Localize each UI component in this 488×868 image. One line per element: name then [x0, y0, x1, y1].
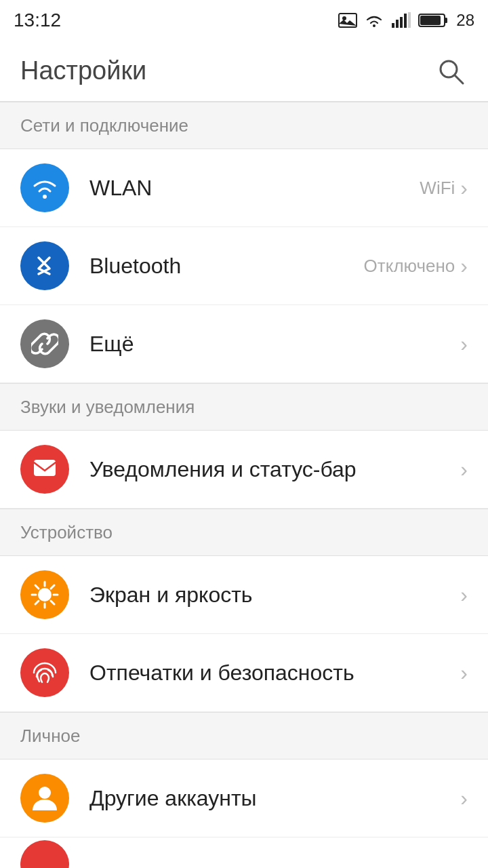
wlan-chevron: ›	[460, 177, 468, 199]
display-row-content: Экран и яркость ›	[89, 583, 468, 608]
status-icons: 28	[338, 11, 474, 30]
svg-rect-10	[420, 16, 441, 25]
svg-rect-6	[404, 14, 407, 28]
fingerprint-icon	[30, 658, 60, 688]
section-header-networks-label: Сети и подключение	[20, 115, 188, 136]
section-header-device-label: Устройство	[20, 522, 113, 543]
svg-rect-7	[408, 12, 411, 28]
wlan-label: WLAN	[89, 176, 152, 201]
more-chevron: ›	[460, 333, 468, 355]
settings-row-notifications[interactable]: Уведомления и статус-бар ›	[0, 431, 488, 509]
wlan-icon	[31, 176, 58, 199]
battery-level: 28	[456, 11, 474, 30]
svg-rect-9	[445, 18, 447, 23]
display-icon-circle	[20, 570, 69, 619]
accounts-chevron: ›	[460, 787, 468, 809]
svg-point-13	[43, 195, 47, 199]
svg-rect-4	[396, 20, 399, 28]
svg-rect-5	[400, 17, 403, 28]
wifi-status-icon	[364, 12, 384, 28]
fingerprint-label: Отпечатки и безопасность	[89, 660, 354, 686]
fingerprint-chevron: ›	[460, 662, 468, 684]
notifications-icon-circle	[20, 445, 69, 494]
svg-line-22	[51, 585, 54, 589]
bluetooth-chevron: ›	[460, 255, 468, 277]
display-label: Экран и яркость	[89, 583, 253, 608]
svg-point-1	[342, 16, 346, 20]
bluetooth-icon	[35, 251, 55, 281]
bluetooth-row-right: Отключено ›	[364, 255, 468, 277]
accounts-label: Другие аккаунты	[89, 786, 257, 811]
person-icon	[30, 783, 60, 813]
image-icon	[338, 12, 357, 28]
app-header: Настройки	[0, 41, 488, 102]
settings-row-bluetooth[interactable]: Bluetooth Отключено ›	[0, 227, 488, 305]
notifications-label: Уведомления и статус-бар	[89, 457, 357, 482]
wlan-status: WiFi	[420, 178, 455, 199]
more-label: Ещё	[89, 332, 134, 357]
accounts-row-right: ›	[460, 787, 468, 809]
bluetooth-row-content: Bluetooth Отключено ›	[89, 254, 468, 279]
link-icon	[31, 330, 58, 357]
fingerprint-icon-circle	[20, 648, 69, 697]
svg-rect-3	[392, 23, 394, 28]
wlan-icon-circle	[20, 163, 69, 212]
section-header-sounds: Звуки и уведомления	[0, 383, 488, 431]
status-time: 13:12	[14, 9, 61, 31]
signal-icon	[391, 12, 411, 28]
settings-row-accounts[interactable]: Другие аккаунты ›	[0, 760, 488, 837]
brightness-icon	[29, 579, 60, 610]
fingerprint-row-content: Отпечатки и безопасность ›	[89, 660, 468, 686]
settings-row-wlan[interactable]: WLAN WiFi ›	[0, 149, 488, 227]
display-row-right: ›	[460, 584, 468, 606]
settings-row-display[interactable]: Экран и яркость ›	[0, 556, 488, 634]
svg-point-24	[39, 787, 51, 799]
svg-line-20	[35, 585, 39, 589]
section-header-personal: Личное	[0, 712, 488, 760]
section-header-sounds-label: Звуки и уведомления	[20, 397, 195, 418]
notifications-row-right: ›	[460, 458, 468, 480]
wlan-row-right: WiFi ›	[420, 177, 468, 199]
display-chevron: ›	[460, 584, 468, 606]
fingerprint-row-right: ›	[460, 662, 468, 684]
status-bar: 13:12 28	[0, 0, 488, 41]
settings-row-more[interactable]: Ещё ›	[0, 305, 488, 383]
partial-row	[0, 837, 488, 868]
search-icon	[436, 57, 465, 85]
search-button[interactable]	[434, 54, 468, 88]
bluetooth-label: Bluetooth	[89, 254, 181, 279]
more-row-right: ›	[460, 333, 468, 355]
notifications-chevron: ›	[460, 458, 468, 480]
svg-line-23	[35, 601, 39, 604]
battery-icon	[418, 12, 449, 28]
svg-line-12	[455, 75, 463, 83]
bluetooth-status: Отключено	[364, 256, 455, 277]
accounts-row-content: Другие аккаунты ›	[89, 786, 468, 811]
notifications-icon	[30, 454, 60, 484]
svg-rect-14	[34, 460, 56, 476]
wlan-row-content: WLAN WiFi ›	[89, 176, 468, 201]
partial-icon-circle	[20, 840, 69, 868]
notifications-row-content: Уведомления и статус-бар ›	[89, 457, 468, 482]
accounts-icon-circle	[20, 774, 69, 823]
svg-line-21	[51, 601, 54, 604]
svg-point-15	[38, 588, 52, 601]
more-icon-circle	[20, 319, 69, 368]
section-header-personal-label: Личное	[20, 726, 80, 747]
page-title: Настройки	[20, 56, 146, 85]
svg-point-2	[373, 24, 375, 27]
settings-row-fingerprint[interactable]: Отпечатки и безопасность ›	[0, 634, 488, 712]
section-header-networks: Сети и подключение	[0, 102, 488, 149]
bluetooth-icon-circle	[20, 241, 69, 290]
more-row-content: Ещё ›	[89, 332, 468, 357]
section-header-device: Устройство	[0, 509, 488, 556]
